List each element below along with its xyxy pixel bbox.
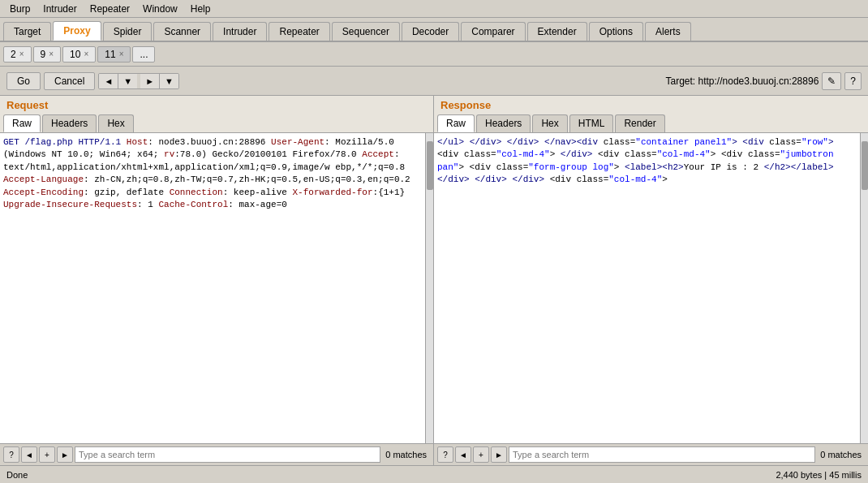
request-matches-label: 0 matches (382, 450, 430, 459)
response-search-bar: ? ◄ + ► 0 matches (434, 443, 868, 465)
sub-tab-11[interactable]: 11 × (97, 46, 131, 63)
menu-burp[interactable]: Burp (3, 2, 37, 16)
response-tab-raw[interactable]: Raw (437, 114, 475, 132)
go-button[interactable]: Go (6, 72, 41, 90)
tab-options[interactable]: Options (589, 22, 643, 41)
close-tab-9-icon[interactable]: × (49, 50, 54, 58)
forward-button[interactable]: ► (140, 74, 159, 88)
request-tab-headers[interactable]: Headers (42, 114, 97, 132)
main-tab-bar: Target Proxy Spider Scanner Intruder Rep… (0, 18, 868, 42)
sub-tab-2[interactable]: 2 × (3, 46, 32, 63)
tab-intruder[interactable]: Intruder (213, 22, 267, 41)
request-code-area[interactable]: GET /flag.php HTTP/1.1 Host: node3.buuoj… (0, 133, 425, 443)
tab-decoder[interactable]: Decoder (402, 22, 459, 41)
response-search-input[interactable] (509, 446, 815, 463)
request-search-prev-button[interactable]: ◄ (21, 446, 37, 463)
response-tab-render[interactable]: Render (615, 114, 664, 132)
request-search-bar: ? ◄ + ► 0 matches (0, 443, 433, 465)
response-scroll-container: </ul> </div> </div> </nav><div class="co… (434, 133, 868, 443)
tab-proxy[interactable]: Proxy (53, 21, 101, 41)
tab-alerts[interactable]: Alerts (645, 22, 691, 41)
close-tab-11-icon[interactable]: × (119, 50, 124, 58)
tab-scanner[interactable]: Scanner (153, 22, 211, 41)
response-tab-bar: Raw Headers Hex HTML Render (434, 113, 868, 133)
back-dropdown[interactable]: ▼ (118, 74, 137, 88)
sub-tab-9[interactable]: 9 × (33, 46, 62, 63)
request-title: Request (0, 96, 433, 113)
request-tab-raw[interactable]: Raw (3, 114, 41, 132)
response-search-options-button[interactable]: ► (491, 446, 507, 463)
tab-comparer[interactable]: Comparer (461, 22, 525, 41)
toolbar: Go Cancel ◄ ▼ ► ▼ Target: http://node3.b… (0, 67, 868, 96)
request-search-help-button[interactable]: ? (3, 446, 19, 463)
forward-dropdown[interactable]: ▼ (160, 74, 178, 88)
request-tab-hex[interactable]: Hex (98, 114, 133, 132)
close-tab-10-icon[interactable]: × (84, 50, 88, 58)
response-search-prev-button[interactable]: ◄ (455, 446, 471, 463)
tab-spider[interactable]: Spider (103, 22, 153, 41)
response-title: Response (434, 96, 868, 113)
tab-sequencer[interactable]: Sequencer (332, 22, 400, 41)
main-content: Request Raw Headers Hex GET /flag.php HT… (0, 96, 868, 465)
request-search-input[interactable] (75, 446, 380, 463)
sub-tab-10[interactable]: 10 × (62, 46, 96, 63)
response-matches-label: 0 matches (817, 450, 865, 459)
target-label: Target: http://node3.buuoj.cn:28896 (666, 75, 819, 87)
menu-intruder[interactable]: Intruder (37, 2, 83, 16)
response-tab-headers[interactable]: Headers (476, 114, 531, 132)
tab-target[interactable]: Target (3, 22, 51, 41)
request-panel: Request Raw Headers Hex GET /flag.php HT… (0, 96, 434, 465)
response-search-help-button[interactable]: ? (437, 446, 453, 463)
response-tab-html[interactable]: HTML (569, 114, 614, 132)
menu-repeater[interactable]: Repeater (84, 2, 136, 16)
request-search-next-button[interactable]: + (39, 446, 55, 463)
request-vscroll[interactable] (425, 133, 433, 443)
back-button[interactable]: ◄ (99, 74, 118, 88)
status-info: 2,440 bytes | 45 millis (776, 470, 862, 480)
request-vscroll-thumb[interactable] (427, 141, 433, 190)
status-text: Done (6, 470, 28, 480)
menu-window[interactable]: Window (136, 2, 184, 16)
more-tabs-button[interactable]: ... (132, 46, 155, 63)
back-forward-nav: ◄ ▼ ► ▼ (98, 73, 179, 89)
response-tab-hex[interactable]: Hex (532, 114, 567, 132)
tab-extender[interactable]: Extender (527, 22, 587, 41)
close-tab-2-icon[interactable]: × (19, 50, 24, 58)
response-vscroll-thumb[interactable] (862, 141, 868, 190)
response-vscroll[interactable] (860, 133, 868, 443)
response-panel: Response Raw Headers Hex HTML Render </u… (434, 96, 868, 465)
sub-tab-bar: 2 × 9 × 10 × 11 × ... (0, 42, 868, 67)
response-code-area[interactable]: </ul> </div> </div> </nav><div class="co… (434, 133, 860, 443)
request-search-options-button[interactable]: ► (57, 446, 73, 463)
response-search-next-button[interactable]: + (473, 446, 489, 463)
tab-repeater[interactable]: Repeater (269, 22, 329, 41)
request-scroll-container: GET /flag.php HTTP/1.1 Host: node3.buuoj… (0, 133, 433, 443)
cancel-button[interactable]: Cancel (44, 72, 95, 90)
edit-target-button[interactable]: ✎ (822, 72, 841, 90)
request-tab-bar: Raw Headers Hex (0, 113, 433, 133)
menubar: Burp Intruder Repeater Window Help (0, 0, 868, 18)
help-button[interactable]: ? (844, 72, 862, 90)
menu-help[interactable]: Help (184, 2, 217, 16)
statusbar: Done 2,440 bytes | 45 millis (0, 465, 868, 483)
